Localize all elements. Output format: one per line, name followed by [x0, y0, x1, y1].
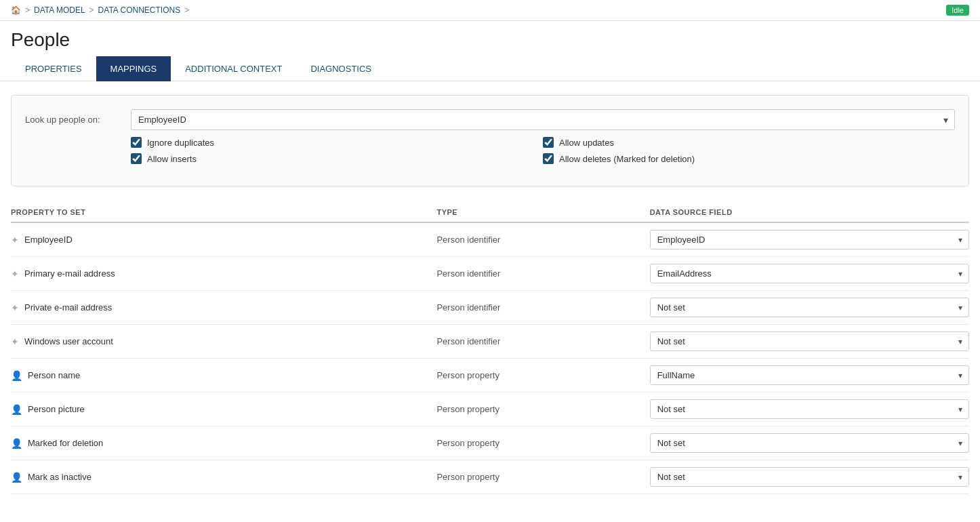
breadcrumb-data-connections[interactable]: DATA CONNECTIONS: [98, 5, 181, 15]
table-row: ✦ Private e-mail address Person identifi…: [11, 291, 969, 325]
checkboxes-row: Ignore duplicates Allow inserts Allow up…: [131, 137, 955, 164]
checkbox-allow-inserts[interactable]: Allow inserts: [131, 153, 543, 164]
property-name-marked-for-deletion: Marked for deletion: [28, 438, 103, 448]
property-name-private-email: Private e-mail address: [24, 302, 112, 313]
lookup-controls: EmployeeID EmailAddress Windows user acc…: [131, 109, 955, 164]
datasource-select-marked-for-deletion[interactable]: Not set EmployeeID EmailAddress FullName: [650, 433, 969, 453]
cell-datasource-primary-email: EmailAddress EmployeeID FullName Not set…: [650, 264, 969, 283]
person-icon: 👤: [11, 404, 22, 415]
breadcrumb-sep-3: >: [184, 5, 189, 15]
cell-property-windows-user: ✦ Windows user account: [11, 336, 436, 347]
lookup-row: Look up people on: EmployeeID EmailAddre…: [25, 109, 955, 164]
cell-datasource-private-email: Not set EmployeeID EmailAddress FullName…: [650, 298, 969, 317]
main-content: Look up people on: EmployeeID EmailAddre…: [0, 81, 980, 508]
person-icon: 👤: [11, 370, 22, 381]
page-title: People: [0, 21, 980, 56]
datasource-select-employeeid[interactable]: EmployeeID EmailAddress FullName Not set: [650, 230, 969, 249]
property-name-employeeid: EmployeeID: [24, 235, 73, 245]
property-name-person-name: Person name: [28, 370, 80, 380]
lookup-panel: Look up people on: EmployeeID EmailAddre…: [11, 95, 969, 186]
cell-property-marked-for-deletion: 👤 Marked for deletion: [11, 438, 436, 449]
lookup-select[interactable]: EmployeeID EmailAddress Windows user acc…: [131, 109, 955, 130]
property-name-mark-as-inactive: Mark as inactive: [28, 472, 91, 482]
person-icon: 👤: [11, 472, 22, 483]
cell-type-primary-email: Person identifier: [436, 268, 649, 279]
property-name-primary-email: Primary e-mail address: [24, 268, 115, 279]
checkbox-allow-updates[interactable]: Allow updates: [543, 137, 955, 148]
cell-type-person-name: Person property: [436, 370, 649, 380]
cell-property-private-email: ✦ Private e-mail address: [11, 302, 436, 313]
cell-property-person-picture: 👤 Person picture: [11, 404, 436, 415]
header-type: TYPE: [436, 208, 649, 216]
property-name-person-picture: Person picture: [28, 404, 85, 414]
header-property: PROPERTY TO SET: [11, 208, 436, 216]
cell-type-employeeid: Person identifier: [436, 235, 649, 245]
diamond-icon: ✦: [11, 235, 19, 245]
cell-type-windows-user: Person identifier: [436, 336, 649, 346]
cell-property-primary-email: ✦ Primary e-mail address: [11, 268, 436, 279]
table-row: ✦ Primary e-mail address Person identifi…: [11, 257, 969, 291]
checkbox-col-left: Ignore duplicates Allow inserts: [131, 137, 543, 164]
datasource-select-primary-email[interactable]: EmailAddress EmployeeID FullName Not set: [650, 264, 969, 283]
cell-type-private-email: Person identifier: [436, 302, 649, 313]
checkbox-allow-updates-input[interactable]: [543, 137, 554, 148]
checkbox-ignore-duplicates-input[interactable]: [131, 137, 142, 148]
checkbox-allow-deletes-label: Allow deletes (Marked for deletion): [559, 154, 695, 164]
checkbox-allow-inserts-input[interactable]: [131, 153, 142, 164]
person-icon: 👤: [11, 438, 22, 449]
status-badge: Idle: [946, 5, 969, 16]
cell-type-mark-as-inactive: Person property: [436, 472, 649, 482]
tab-properties[interactable]: PROPERTIES: [11, 56, 96, 81]
table-row: ✦ EmployeeID Person identifier EmployeeI…: [11, 223, 969, 257]
checkbox-allow-inserts-label: Allow inserts: [147, 154, 197, 164]
diamond-icon: ✦: [11, 336, 19, 347]
mappings-table: PROPERTY TO SET TYPE DATA SOURCE FIELD ✦…: [11, 203, 969, 494]
home-icon[interactable]: 🏠: [11, 5, 21, 15]
datasource-select-mark-as-inactive[interactable]: Not set EmployeeID EmailAddress FullName: [650, 467, 969, 487]
checkbox-allow-deletes[interactable]: Allow deletes (Marked for deletion): [543, 153, 955, 164]
cell-datasource-marked-for-deletion: Not set EmployeeID EmailAddress FullName…: [650, 433, 969, 453]
cell-datasource-windows-user: Not set EmployeeID EmailAddress FullName…: [650, 332, 969, 351]
table-row: ✦ Windows user account Person identifier…: [11, 325, 969, 359]
checkbox-ignore-duplicates[interactable]: Ignore duplicates: [131, 137, 543, 148]
datasource-select-person-name[interactable]: FullName EmployeeID EmailAddress Not set: [650, 365, 969, 385]
breadcrumb-sep-1: >: [25, 5, 30, 15]
diamond-icon: ✦: [11, 302, 19, 313]
cell-property-mark-as-inactive: 👤 Mark as inactive: [11, 472, 436, 483]
checkbox-ignore-duplicates-label: Ignore duplicates: [147, 138, 214, 148]
tab-mappings[interactable]: MAPPINGS: [96, 56, 171, 81]
tab-bar: PROPERTIES MAPPINGS ADDITIONAL CONTEXT D…: [0, 56, 980, 81]
breadcrumb-data-model[interactable]: DATA MODEL: [34, 5, 85, 15]
table-row: 👤 Person picture Person property Not set…: [11, 393, 969, 426]
table-row: 👤 Person name Person property FullName E…: [11, 359, 969, 393]
datasource-select-windows-user[interactable]: Not set EmployeeID EmailAddress FullName: [650, 332, 969, 351]
header-datasource: DATA SOURCE FIELD: [650, 208, 969, 216]
table-header: PROPERTY TO SET TYPE DATA SOURCE FIELD: [11, 203, 969, 223]
property-name-windows-user: Windows user account: [24, 336, 113, 346]
datasource-select-private-email[interactable]: Not set EmployeeID EmailAddress FullName: [650, 298, 969, 317]
breadcrumb: 🏠 > DATA MODEL > DATA CONNECTIONS > Idle: [0, 0, 980, 21]
tab-additional-context[interactable]: ADDITIONAL CONTEXT: [171, 56, 296, 81]
checkbox-col-right: Allow updates Allow deletes (Marked for …: [543, 137, 955, 164]
cell-type-marked-for-deletion: Person property: [436, 438, 649, 448]
tab-diagnostics[interactable]: DIAGNOSTICS: [296, 56, 386, 81]
cell-datasource-mark-as-inactive: Not set EmployeeID EmailAddress FullName…: [650, 467, 969, 487]
cell-datasource-person-name: FullName EmployeeID EmailAddress Not set…: [650, 365, 969, 385]
datasource-select-person-picture[interactable]: Not set EmployeeID EmailAddress FullName: [650, 399, 969, 419]
cell-property-person-name: 👤 Person name: [11, 370, 436, 381]
table-row: 👤 Mark as inactive Person property Not s…: [11, 460, 969, 494]
cell-datasource-employeeid: EmployeeID EmailAddress FullName Not set…: [650, 230, 969, 249]
checkbox-allow-deletes-input[interactable]: [543, 153, 554, 164]
lookup-label: Look up people on:: [25, 109, 120, 125]
checkbox-allow-updates-label: Allow updates: [559, 138, 614, 148]
diamond-icon: ✦: [11, 268, 19, 279]
cell-type-person-picture: Person property: [436, 404, 649, 414]
breadcrumb-sep-2: >: [89, 5, 94, 15]
table-row: 👤 Marked for deletion Person property No…: [11, 426, 969, 460]
cell-property-employeeid: ✦ EmployeeID: [11, 235, 436, 245]
lookup-select-wrapper: EmployeeID EmailAddress Windows user acc…: [131, 109, 955, 130]
cell-datasource-person-picture: Not set EmployeeID EmailAddress FullName…: [650, 399, 969, 419]
